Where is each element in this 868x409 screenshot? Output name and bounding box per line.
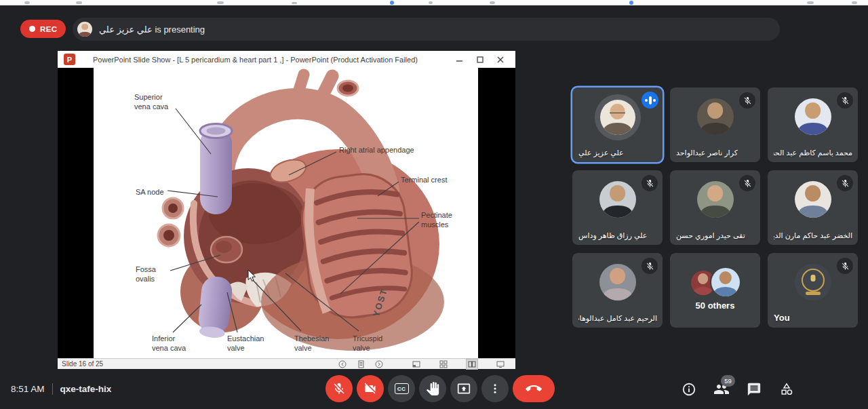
participant-tile[interactable]: علي عزيز علي bbox=[572, 87, 663, 162]
recording-label: REC bbox=[40, 25, 57, 33]
raise-hand-button[interactable] bbox=[419, 375, 446, 402]
participant-count-badge: 59 bbox=[721, 375, 735, 387]
participant-tile-you[interactable]: You bbox=[768, 253, 858, 328]
mic-off-icon bbox=[642, 175, 658, 191]
avatar bbox=[595, 94, 641, 140]
shared-screen-window: P PowerPoint Slide Show - [L 5 pericardi… bbox=[58, 51, 515, 370]
participant-name: تقى حيدر اموري حسن bbox=[676, 231, 745, 240]
camera-toggle-button[interactable] bbox=[357, 375, 384, 402]
slide-sorter-view-icon bbox=[439, 359, 448, 369]
participant-tile[interactable]: محمد باسم كاظم عبد الحسين bbox=[768, 87, 858, 162]
participant-name: كرار ناصر عبدالواحد bbox=[676, 149, 738, 157]
avatar-logo bbox=[795, 264, 831, 300]
chat-button[interactable] bbox=[746, 381, 762, 397]
heart-anatomy-slide: YOST Superior vena cava SA node Fossa ov… bbox=[94, 68, 478, 358]
slide-label-pectinate-muscles: Pectinate muscles bbox=[421, 210, 452, 230]
participant-tile[interactable]: علي رزاق ظاهر وداس bbox=[572, 170, 663, 245]
others-count-label: 50 others bbox=[670, 300, 760, 311]
browser-bookmarks-strip bbox=[0, 0, 868, 5]
avatar bbox=[697, 98, 734, 135]
presenting-banner: علي عزيز علي is presenting bbox=[73, 18, 780, 41]
participant-tile[interactable]: الخضر عبد حاكم مارن الدين... bbox=[768, 170, 858, 245]
meet-app: REC علي عزيز علي is presenting P PowerPo… bbox=[0, 0, 868, 409]
slide-label-eustachian-valve: Eustachian valve bbox=[227, 334, 264, 353]
participant-name: الخضر عبد حاكم مارن الدين... bbox=[774, 231, 852, 240]
participant-tile[interactable]: تقى حيدر اموري حسن bbox=[670, 170, 760, 245]
slide-label-tricuspid-valve: Tricuspid valve bbox=[353, 334, 382, 353]
mic-toggle-button[interactable] bbox=[326, 375, 353, 402]
participant-tile[interactable]: الرحيم عبد كامل عبدالوهاب... bbox=[572, 253, 663, 328]
slide-counter: Slide 16 of 25 bbox=[62, 360, 103, 368]
slide-label-thebesian-valve: Thebesian valve bbox=[294, 334, 329, 353]
meeting-code: qxe-tafe-hix bbox=[60, 384, 112, 394]
avatar bbox=[599, 181, 636, 218]
avatar bbox=[697, 181, 734, 218]
participant-name: You bbox=[774, 313, 790, 323]
mic-off-icon bbox=[739, 175, 755, 191]
meeting-info: 8:51 AM qxe-tafe-hix bbox=[11, 380, 111, 397]
participant-name: علي رزاق ظاهر وداس bbox=[578, 231, 647, 240]
minimize-icon bbox=[455, 55, 465, 64]
recording-indicator: REC bbox=[20, 20, 66, 38]
avatar bbox=[795, 181, 831, 218]
reading-view-icon bbox=[467, 359, 477, 369]
presenter-avatar bbox=[77, 22, 92, 37]
slide-label-sa-node: SA node bbox=[136, 187, 164, 197]
close-icon bbox=[496, 55, 505, 64]
divider bbox=[52, 383, 53, 395]
participant-name: الرحيم عبد كامل عبدالوهاب... bbox=[578, 314, 657, 323]
next-slide-icon bbox=[375, 360, 383, 368]
participant-tile[interactable]: كرار ناصر عبدالواحد bbox=[670, 87, 760, 162]
speaking-indicator-icon bbox=[642, 92, 658, 109]
cc-icon: CC bbox=[395, 383, 409, 394]
participant-name: علي عزيز علي bbox=[578, 149, 624, 157]
slide-label-right-atrial-appendage: Right atrial appendage bbox=[339, 145, 414, 155]
participant-grid: علي عزيز علي كرار ناصر عبدالواحد محمد با… bbox=[572, 87, 858, 328]
presenting-text: علي عزيز علي is presenting bbox=[99, 24, 205, 35]
present-button[interactable] bbox=[450, 375, 477, 402]
call-controls: CC bbox=[326, 375, 555, 402]
powerpoint-statusbar: Slide 16 of 25 bbox=[58, 358, 515, 369]
slide-label-terminal-crest: Terminal crest bbox=[401, 175, 447, 184]
maximize-icon bbox=[475, 55, 485, 64]
participant-name: محمد باسم كاظم عبد الحسين bbox=[774, 149, 852, 157]
powerpoint-logo-icon: P bbox=[64, 54, 75, 65]
slide-label-inferior-vena-cava: Inferior vena cava bbox=[152, 334, 186, 353]
more-options-button[interactable] bbox=[481, 375, 509, 402]
previous-slide-icon bbox=[338, 360, 347, 368]
slideshow-view-icon bbox=[496, 359, 505, 369]
slide-label-superior-vena-cava: Superior vena cava bbox=[134, 92, 168, 112]
slide-label-fossa-ovalis: Fossa ovalis bbox=[136, 265, 156, 284]
leave-call-button[interactable] bbox=[513, 375, 555, 402]
normal-view-icon bbox=[412, 359, 420, 369]
participant-tile-others[interactable]: 50 others bbox=[670, 253, 760, 328]
powerpoint-titlebar: P PowerPoint Slide Show - [L 5 pericardi… bbox=[58, 51, 515, 68]
avatar bbox=[795, 98, 831, 135]
meeting-panels: 59 bbox=[681, 381, 795, 397]
recording-dot-icon bbox=[29, 26, 35, 32]
annotation-menu-icon bbox=[357, 360, 365, 368]
activities-button[interactable] bbox=[778, 381, 795, 397]
meeting-details-button[interactable] bbox=[681, 381, 697, 397]
clock: 8:51 AM bbox=[11, 384, 45, 394]
mic-off-icon bbox=[837, 258, 853, 274]
presenting-label: is presenting bbox=[155, 24, 205, 35]
powerpoint-window-title: PowerPoint Slide Show - [L 5 pericardium… bbox=[93, 56, 418, 64]
mic-off-icon bbox=[837, 175, 853, 191]
overflow-avatars bbox=[691, 268, 740, 298]
presenter-name: علي عزيز علي bbox=[99, 24, 153, 35]
mic-off-icon bbox=[739, 92, 755, 109]
avatar bbox=[599, 264, 636, 300]
powerpoint-slide-area: YOST Superior vena cava SA node Fossa ov… bbox=[58, 68, 515, 358]
mic-off-icon bbox=[642, 258, 658, 274]
mic-off-icon bbox=[837, 92, 853, 109]
participants-button[interactable]: 59 bbox=[713, 381, 730, 397]
captions-button[interactable]: CC bbox=[388, 375, 415, 402]
